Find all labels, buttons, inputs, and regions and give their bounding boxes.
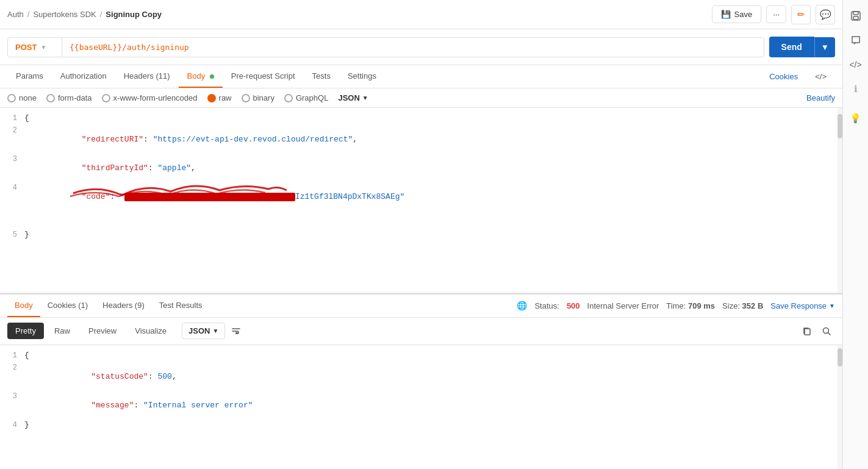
radio-binary[interactable]: binary bbox=[242, 93, 274, 102]
sub-tab-preview[interactable]: Preview bbox=[81, 323, 124, 339]
format-select[interactable]: JSON ▼ bbox=[338, 93, 368, 102]
response-tab-cookies[interactable]: Cookies (1) bbox=[40, 295, 95, 317]
radio-graphql-dot bbox=[284, 94, 293, 102]
more-button[interactable]: ··· bbox=[766, 5, 786, 23]
breadcrumb-sdk[interactable]: Supertokens SDK bbox=[33, 10, 96, 19]
status-code: 500 bbox=[567, 301, 580, 310]
save-response-chevron-icon: ▼ bbox=[829, 303, 835, 309]
resp-code-line-2: 2 "statusCode": 500, bbox=[0, 362, 842, 391]
response-format-chevron-icon: ▼ bbox=[212, 328, 218, 334]
resp-code-line-1: 1 { bbox=[0, 350, 842, 362]
save-disk-icon: 💾 bbox=[721, 10, 731, 19]
tab-settings[interactable]: Settings bbox=[339, 65, 385, 88]
response-format-select[interactable]: JSON ▼ bbox=[182, 323, 225, 339]
radio-raw-dot bbox=[207, 94, 216, 102]
url-input[interactable] bbox=[62, 38, 764, 57]
code-line-5: 5 } bbox=[0, 229, 842, 242]
format-chevron-icon: ▼ bbox=[362, 95, 368, 101]
sidebar-code-icon[interactable]: </> bbox=[845, 54, 867, 76]
copy-icon bbox=[802, 326, 812, 336]
status-text: Internal Server Error bbox=[587, 301, 659, 310]
breadcrumb-auth[interactable]: Auth bbox=[7, 10, 24, 19]
send-chevron-button[interactable]: ▼ bbox=[814, 37, 835, 57]
method-label: POST bbox=[15, 43, 37, 52]
request-body-editor[interactable]: 1 { 2 "redirectURI": "https://evt-api-de… bbox=[0, 108, 842, 293]
code-line-4: 4 "code": " Iz1tGf3lBN4pDxTKx8SAEg" bbox=[0, 182, 842, 229]
send-button-group: Send ▼ bbox=[769, 37, 835, 57]
status-label: Status: bbox=[534, 301, 559, 310]
breadcrumb: Auth / Supertokens SDK / Signinup Copy bbox=[7, 10, 712, 19]
svg-rect-3 bbox=[853, 12, 858, 15]
radio-urlencoded[interactable]: x-www-form-urlencoded bbox=[102, 93, 198, 102]
breadcrumb-current: Signinup Copy bbox=[106, 10, 162, 19]
edit-icon-button[interactable]: ✏ bbox=[791, 5, 811, 24]
response-tab-test-results[interactable]: Test Results bbox=[152, 295, 210, 317]
resp-code-line-4: 4 } bbox=[0, 420, 842, 432]
sidebar-save-icon[interactable] bbox=[845, 5, 867, 27]
save-button[interactable]: 💾 Save bbox=[712, 5, 762, 23]
response-size: Size: 352 B bbox=[722, 301, 763, 310]
body-options: none form-data x-www-form-urlencoded raw… bbox=[0, 88, 842, 108]
tab-tests[interactable]: Tests bbox=[304, 65, 339, 88]
right-sidebar: </> ℹ 💡 bbox=[842, 0, 868, 469]
radio-urlencoded-dot bbox=[102, 94, 110, 102]
method-chevron-icon: ▼ bbox=[40, 44, 46, 51]
radio-form-data[interactable]: form-data bbox=[46, 93, 92, 102]
svg-rect-2 bbox=[852, 12, 860, 20]
response-body-content: 1 { 2 "statusCode": 500, 3 "message": "I… bbox=[0, 345, 842, 470]
code-line-1: 1 { bbox=[0, 113, 842, 125]
cookies-link[interactable]: Cookies bbox=[761, 66, 806, 87]
response-tabs: Body Cookies (1) Headers (9) Test Result… bbox=[0, 295, 842, 318]
tab-params[interactable]: Params bbox=[7, 65, 52, 88]
code-link[interactable]: </> bbox=[806, 66, 835, 87]
resp-code-line-3: 3 "message": "Internal server error" bbox=[0, 391, 842, 420]
tab-authorization[interactable]: Authorization bbox=[52, 65, 115, 88]
sidebar-idea-icon[interactable]: 💡 bbox=[845, 107, 867, 129]
svg-rect-0 bbox=[805, 329, 810, 335]
sidebar-chat-icon[interactable] bbox=[845, 29, 867, 51]
sub-tab-visualize[interactable]: Visualize bbox=[127, 323, 174, 339]
sub-tab-raw[interactable]: Raw bbox=[46, 323, 78, 339]
globe-icon: 🌐 bbox=[517, 301, 527, 310]
breadcrumb-sep-1: / bbox=[27, 10, 30, 19]
request-tabs: Params Authorization Headers (11) Body P… bbox=[0, 65, 842, 88]
tab-headers[interactable]: Headers (11) bbox=[115, 65, 179, 88]
response-sub-tabs: Pretty Raw Preview Visualize JSON ▼ bbox=[0, 318, 842, 345]
comment-icon: 💬 bbox=[820, 9, 831, 20]
pencil-icon: ✏ bbox=[797, 9, 805, 20]
save-response-button[interactable]: Save Response ▼ bbox=[770, 301, 835, 310]
copy-response-button[interactable] bbox=[798, 323, 816, 340]
wrap-icon bbox=[231, 326, 241, 336]
search-icon bbox=[822, 326, 831, 336]
search-response-button[interactable] bbox=[818, 323, 835, 340]
beautify-button[interactable]: Beautify bbox=[806, 93, 835, 102]
radio-raw[interactable]: raw bbox=[207, 93, 232, 102]
response-time: Time: 709 ms bbox=[666, 301, 715, 310]
response-tab-body[interactable]: Body bbox=[7, 295, 40, 317]
code-line-3: 3 "thirdPartyId": "apple", bbox=[0, 154, 842, 182]
radio-binary-dot bbox=[242, 94, 250, 102]
tab-body[interactable]: Body bbox=[179, 65, 223, 88]
comment-button[interactable]: 💬 bbox=[816, 5, 835, 24]
tab-pre-request-script[interactable]: Pre-request Script bbox=[223, 65, 304, 88]
radio-form-data-dot bbox=[46, 94, 55, 102]
radio-graphql[interactable]: GraphQL bbox=[284, 93, 328, 102]
send-button[interactable]: Send bbox=[769, 37, 814, 57]
code-line-2: 2 "redirectURI": "https://evt-api-dev.re… bbox=[0, 125, 842, 154]
sidebar-info-icon[interactable]: ℹ bbox=[845, 78, 867, 100]
radio-none-dot bbox=[7, 94, 16, 102]
sub-tab-pretty[interactable]: Pretty bbox=[7, 323, 44, 339]
response-tab-headers[interactable]: Headers (9) bbox=[95, 295, 152, 317]
radio-none[interactable]: none bbox=[7, 93, 37, 102]
svg-rect-4 bbox=[853, 16, 858, 20]
wrap-button[interactable] bbox=[228, 323, 245, 340]
breadcrumb-sep-2: / bbox=[100, 10, 102, 19]
method-select[interactable]: POST ▼ bbox=[7, 37, 62, 57]
